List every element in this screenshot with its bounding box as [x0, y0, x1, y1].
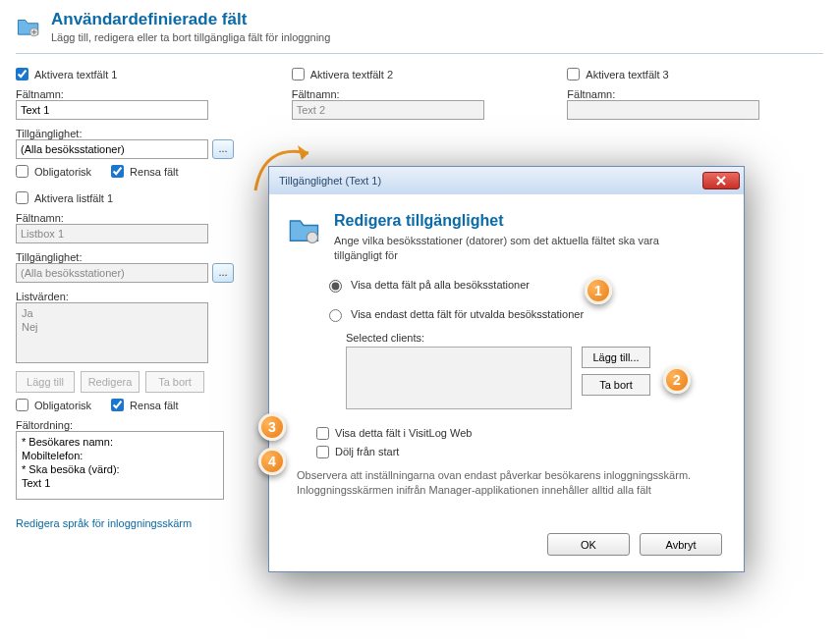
- dialog-close-button[interactable]: [702, 172, 740, 189]
- fieldname-label-1: Fältnamn:: [16, 88, 272, 100]
- dialog-cancel-button[interactable]: Avbryt: [640, 533, 722, 556]
- clear-label-1: Rensa fält: [130, 166, 179, 178]
- radio-show-selected[interactable]: [329, 309, 342, 322]
- dialog-titlebar: Tillgänglighet (Text 1): [269, 167, 744, 194]
- listfield-edit-button[interactable]: Redigera: [81, 371, 140, 393]
- show-in-web-checkbox[interactable]: [316, 427, 329, 440]
- hide-from-start-checkbox[interactable]: [316, 446, 329, 458]
- dialog-ok-button[interactable]: OK: [547, 533, 630, 556]
- mandatory-label-1: Obligatorisk: [34, 166, 91, 178]
- dialog-desc: Ange vilka besöksstationer (datorer) som…: [334, 234, 698, 263]
- page-title: Användardefinierade fält: [51, 10, 330, 29]
- show-in-web-label: Visa detta fält i VisitLog Web: [335, 427, 472, 439]
- field-order-box[interactable]: * Besökares namn: Mobiltelefon: * Ska be…: [16, 431, 224, 500]
- activate-textfield-3-checkbox[interactable]: [567, 68, 580, 80]
- radio-show-all[interactable]: [329, 280, 342, 293]
- radio-show-all-label: Visa detta fält på alla besöksstationer: [351, 279, 530, 291]
- listvalues-label: Listvärden:: [16, 291, 272, 302]
- selected-clients-label: Selected clients:: [346, 332, 424, 344]
- dialog-title-text: Tillgänglighet (Text 1): [279, 175, 381, 187]
- selected-clients-listbox[interactable]: [346, 347, 572, 409]
- listfield-mandatory-checkbox[interactable]: [16, 399, 28, 411]
- page-header: Användardefinierade fält Lägg till, redi…: [16, 10, 823, 54]
- listfield-avail-ellipsis-button[interactable]: ...: [212, 263, 234, 283]
- fieldname-label-2: Fältnamn:: [292, 88, 548, 100]
- hide-from-start-label: Dölj från start: [335, 446, 399, 457]
- dialog-heading: Redigera tillgänglighet: [334, 212, 698, 230]
- edit-language-link[interactable]: Redigera språk för inloggningsskärm: [16, 517, 192, 529]
- listfield-remove-button[interactable]: Ta bort: [145, 371, 204, 393]
- selected-clients-add-button[interactable]: Lägg till...: [582, 347, 650, 368]
- listfield-clear-checkbox[interactable]: [111, 399, 124, 411]
- radio-show-selected-label: Visa endast detta fält för utvalda besök…: [351, 308, 584, 320]
- dialog-note: Observera att inställningarna ovan endas…: [297, 468, 726, 499]
- availability-dialog: Tillgänglighet (Text 1) Redigera tillgän…: [268, 166, 745, 572]
- listfield-avail-value: [16, 263, 208, 283]
- activate-textfield-1-checkbox[interactable]: [16, 68, 28, 80]
- fieldname-input-2: [292, 100, 484, 120]
- activate-listfield-1-label: Aktivera listfält 1: [34, 192, 113, 204]
- fieldname-input-1[interactable]: [16, 100, 208, 120]
- activate-textfield-2-checkbox[interactable]: [292, 68, 305, 80]
- activate-listfield-1-checkbox[interactable]: [16, 191, 28, 204]
- listfield-mandatory-label: Obligatorisk: [34, 400, 91, 411]
- fieldname-input-3: [567, 100, 759, 120]
- folder-icon: [16, 14, 41, 39]
- availability-label-1: Tillgänglighet:: [16, 128, 272, 139]
- fieldname-label-3: Fältnamn:: [567, 88, 823, 100]
- listvalues-box: Ja Nej: [16, 302, 208, 363]
- field-order-label: Fältordning:: [16, 419, 272, 431]
- availability-value-1: [16, 139, 208, 159]
- svg-point-2: [307, 232, 317, 242]
- activate-textfield-1-label: Aktivera textfält 1: [34, 69, 117, 80]
- listfield-name-label: Fältnamn:: [16, 212, 272, 224]
- selected-clients-remove-button[interactable]: Ta bort: [582, 374, 650, 396]
- mandatory-checkbox-1[interactable]: [16, 165, 28, 178]
- folder-icon: [287, 212, 322, 247]
- listfield-add-button[interactable]: Lägg till: [16, 371, 75, 393]
- listfield-clear-label: Rensa fält: [130, 400, 179, 411]
- listfield-name-input: [16, 224, 208, 243]
- page-subtitle: Lägg till, redigera eller ta bort tillgä…: [51, 31, 330, 43]
- activate-textfield-3-label: Aktivera textfält 3: [586, 69, 668, 80]
- activate-textfield-2-label: Aktivera textfält 2: [310, 69, 393, 80]
- availability-ellipsis-button-1[interactable]: ...: [212, 139, 234, 159]
- listfield-avail-label: Tillgänglighet:: [16, 251, 272, 263]
- clear-checkbox-1[interactable]: [111, 165, 124, 178]
